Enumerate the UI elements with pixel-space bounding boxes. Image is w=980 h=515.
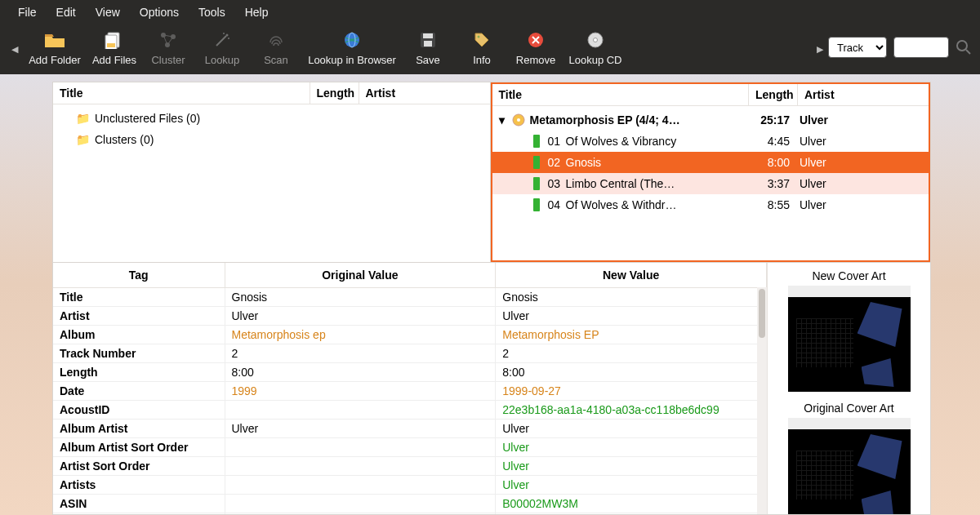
tag-original-value: Ulver: [225, 420, 496, 438]
tag-new-value: Ulver: [496, 420, 767, 438]
tag-row[interactable]: ArtistsUlver: [53, 476, 767, 495]
menu-view[interactable]: View: [86, 1, 130, 24]
svg-line-25: [966, 50, 970, 54]
track-row[interactable]: 01 Of Wolves & Vibrancy 4:45 Ulver: [492, 131, 929, 152]
tag-row[interactable]: Album ArtistUlverUlver: [53, 420, 767, 438]
track-status-icon: [533, 156, 540, 169]
track-number: 04: [548, 198, 566, 211]
tag-new-value: Ulver: [496, 307, 767, 326]
tag-row[interactable]: Artist Sort OrderUlver: [53, 457, 767, 476]
menu-help[interactable]: Help: [235, 1, 278, 24]
svg-point-11: [223, 33, 225, 34]
tag-new-value: Ulver: [496, 457, 767, 476]
track-row[interactable]: 02 Gnosis 8:00 Ulver: [492, 152, 929, 173]
tag-scrollbar[interactable]: [757, 287, 767, 514]
svg-rect-2: [107, 43, 115, 47]
left-tree[interactable]: 📁 Unclustered Files (0) 📁 Clusters (0): [53, 104, 490, 153]
tree-item-label: Unclustered Files (0): [95, 112, 310, 125]
tag-name: Artists: [53, 476, 225, 495]
tag-row[interactable]: Album Artist Sort OrderUlver: [53, 438, 767, 457]
remove-button[interactable]: Remove: [510, 29, 562, 66]
track-artist: Ulver: [793, 156, 924, 169]
track-number: 03: [548, 177, 566, 190]
svg-line-9: [216, 36, 226, 46]
fingerprint-icon: [267, 29, 285, 51]
toolbar: ◀ Add Folder Add Files Cluster Lookup Sc…: [0, 24, 980, 74]
track-title: Of Wolves & Vibrancy: [566, 135, 750, 148]
toolbar-overflow-left-icon[interactable]: ◀: [8, 44, 21, 66]
tag-original-value: Ulver: [225, 307, 496, 326]
lookup-button[interactable]: Lookup: [196, 29, 248, 66]
cd-icon: [586, 29, 604, 51]
new-cover-art-label: New Cover Art: [776, 269, 922, 282]
tag-name: Length: [53, 363, 225, 382]
svg-rect-17: [424, 41, 432, 47]
search-icon[interactable]: [956, 39, 972, 55]
scan-button[interactable]: Scan: [250, 29, 302, 66]
album-length: 25:17: [749, 113, 793, 127]
new-cover-art[interactable]: [788, 286, 911, 392]
left-header-title[interactable]: Title: [53, 82, 310, 104]
menu-tools[interactable]: Tools: [189, 1, 235, 24]
search-type-select[interactable]: Track: [828, 37, 887, 58]
lookup-cd-button[interactable]: Lookup CD: [564, 29, 627, 66]
left-pane: Title Length Artist 📁 Unclustered Files …: [53, 82, 491, 262]
expand-toggle-icon[interactable]: ▾: [499, 113, 512, 127]
track-row[interactable]: 04 Of Wolves & Withdr… 8:55 Ulver: [492, 194, 929, 215]
tag-original-value: [225, 457, 496, 476]
menu-file[interactable]: File: [8, 1, 47, 24]
tag-row[interactable]: TitleGnosisGnosis: [53, 288, 767, 307]
cluster-button[interactable]: Cluster: [142, 29, 194, 66]
search-input[interactable]: [893, 37, 949, 58]
tag-header-tag[interactable]: Tag: [53, 263, 225, 288]
tag-row[interactable]: ASINB00002MW3M: [53, 495, 767, 513]
svg-point-13: [345, 33, 359, 47]
add-files-button[interactable]: Add Files: [88, 29, 140, 66]
tag-row[interactable]: AlbumMetamorphosis epMetamorphosis EP: [53, 326, 767, 344]
lookup-in-browser-label: Lookup in Browser: [308, 54, 396, 66]
track-artist: Ulver: [793, 198, 924, 211]
add-folder-button[interactable]: Add Folder: [23, 29, 87, 66]
info-label: Info: [473, 54, 491, 66]
svg-point-10: [226, 34, 229, 37]
tag-row[interactable]: Length8:008:00: [53, 363, 767, 382]
tag-row[interactable]: AcoustID22e3b168-aa1a-4180-a03a-cc118be6…: [53, 401, 767, 420]
album-row[interactable]: ▾ Metamorphosis EP (4/4; 4… 25:17 Ulver: [492, 109, 929, 131]
cluster-icon: [159, 29, 177, 51]
track-row[interactable]: 03 Limbo Central (The… 3:37 Ulver: [492, 173, 929, 194]
album-icon: [512, 113, 525, 127]
track-status-icon: [533, 135, 540, 148]
lookup-cd-label: Lookup CD: [568, 54, 621, 66]
toolbar-overflow-right-icon[interactable]: ▶: [813, 44, 826, 66]
menu-options[interactable]: Options: [130, 1, 189, 24]
tag-new-value: Gnosis: [496, 288, 767, 307]
right-header-length[interactable]: Length: [749, 84, 798, 105]
svg-point-24: [957, 41, 967, 51]
tag-row[interactable]: Date19991999-09-27: [53, 382, 767, 401]
tag-row[interactable]: Barcode7035538883064: [53, 513, 767, 515]
tag-original-value: [225, 401, 496, 420]
save-button[interactable]: Save: [402, 29, 454, 66]
track-length: 8:55: [749, 198, 793, 211]
tag-name: ASIN: [53, 495, 225, 513]
info-button[interactable]: Info: [456, 29, 508, 66]
menu-edit[interactable]: Edit: [47, 1, 86, 24]
tag-name: Album Artist: [53, 420, 225, 438]
lookup-in-browser-button[interactable]: Lookup in Browser: [304, 29, 400, 66]
files-icon: [105, 29, 124, 51]
right-tree[interactable]: ▾ Metamorphosis EP (4/4; 4… 25:17 Ulver …: [492, 106, 929, 219]
tree-item-clusters[interactable]: 📁 Clusters (0): [53, 129, 490, 150]
tag-header-new[interactable]: New Value: [496, 263, 767, 288]
tag-row[interactable]: Track Number22: [53, 344, 767, 363]
left-header-length[interactable]: Length: [310, 82, 359, 104]
tag-header-original[interactable]: Original Value: [225, 263, 496, 288]
tag-new-value: Metamorphosis EP: [496, 326, 767, 344]
tag-table[interactable]: Tag Original Value New Value TitleGnosis…: [53, 263, 767, 514]
original-cover-art[interactable]: [788, 418, 911, 514]
tree-item-unclustered[interactable]: 📁 Unclustered Files (0): [53, 108, 490, 129]
tag-row[interactable]: ArtistUlverUlver: [53, 307, 767, 326]
right-header-title[interactable]: Title: [492, 84, 750, 105]
tag-original-value: 8:00: [225, 363, 496, 382]
right-header-artist[interactable]: Artist: [798, 84, 929, 105]
left-header-artist[interactable]: Artist: [359, 82, 490, 104]
